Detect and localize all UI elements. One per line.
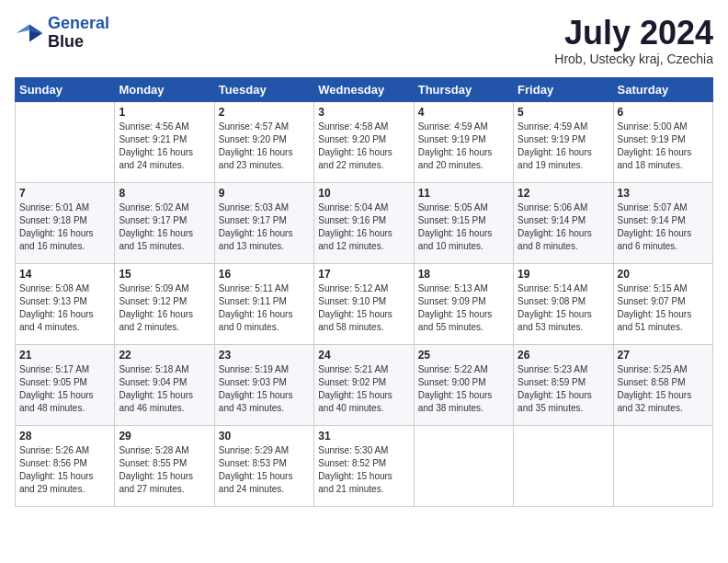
header-row: SundayMondayTuesdayWednesdayThursdayFrid… (16, 77, 713, 101)
month-title: July 2024 (554, 15, 713, 52)
calendar-cell: 12Sunrise: 5:06 AM Sunset: 9:14 PM Dayli… (514, 182, 613, 263)
calendar-table: SundayMondayTuesdayWednesdayThursdayFrid… (15, 77, 713, 507)
calendar-cell: 18Sunrise: 5:13 AM Sunset: 9:09 PM Dayli… (414, 263, 513, 344)
location: Hrob, Ustecky kraj, Czechia (554, 52, 713, 66)
calendar-cell: 28Sunrise: 5:26 AM Sunset: 8:56 PM Dayli… (16, 425, 115, 506)
week-row-5: 28Sunrise: 5:26 AM Sunset: 8:56 PM Dayli… (16, 425, 713, 506)
calendar-cell: 1Sunrise: 4:56 AM Sunset: 9:21 PM Daylig… (115, 101, 214, 182)
cell-info: Sunrise: 5:11 AM Sunset: 9:11 PM Dayligh… (219, 282, 310, 334)
calendar-body: 1Sunrise: 4:56 AM Sunset: 9:21 PM Daylig… (16, 101, 713, 506)
calendar-cell: 21Sunrise: 5:17 AM Sunset: 9:05 PM Dayli… (16, 344, 115, 425)
calendar-cell: 10Sunrise: 5:04 AM Sunset: 9:16 PM Dayli… (314, 182, 414, 263)
calendar-cell (613, 425, 712, 506)
calendar-cell (414, 425, 513, 506)
cell-info: Sunrise: 5:23 AM Sunset: 8:59 PM Dayligh… (518, 363, 609, 415)
cell-day-number: 27 (618, 349, 709, 362)
cell-day-number: 14 (19, 268, 110, 281)
cell-info: Sunrise: 5:09 AM Sunset: 9:12 PM Dayligh… (119, 282, 210, 334)
svg-marker-1 (17, 24, 29, 33)
cell-info: Sunrise: 5:13 AM Sunset: 9:09 PM Dayligh… (418, 282, 509, 334)
week-row-1: 1Sunrise: 4:56 AM Sunset: 9:21 PM Daylig… (16, 101, 713, 182)
cell-day-number: 31 (318, 430, 409, 442)
cell-info: Sunrise: 5:07 AM Sunset: 9:14 PM Dayligh… (618, 201, 709, 253)
calendar-cell: 11Sunrise: 5:05 AM Sunset: 9:15 PM Dayli… (414, 182, 513, 263)
cell-day-number: 17 (318, 268, 409, 281)
calendar-header: SundayMondayTuesdayWednesdayThursdayFrid… (16, 77, 713, 101)
cell-info: Sunrise: 5:21 AM Sunset: 9:02 PM Dayligh… (318, 363, 409, 415)
calendar-cell: 23Sunrise: 5:19 AM Sunset: 9:03 PM Dayli… (214, 344, 313, 425)
calendar-cell: 25Sunrise: 5:22 AM Sunset: 9:00 PM Dayli… (414, 344, 513, 425)
cell-info: Sunrise: 5:02 AM Sunset: 9:17 PM Dayligh… (119, 201, 210, 253)
cell-day-number: 18 (418, 268, 509, 281)
cell-day-number: 29 (119, 430, 210, 442)
cell-info: Sunrise: 4:58 AM Sunset: 9:20 PM Dayligh… (318, 121, 409, 172)
cell-info: Sunrise: 4:59 AM Sunset: 9:19 PM Dayligh… (518, 121, 609, 172)
cell-day-number: 24 (318, 349, 409, 362)
calendar-cell: 16Sunrise: 5:11 AM Sunset: 9:11 PM Dayli… (214, 263, 313, 344)
calendar-cell: 31Sunrise: 5:30 AM Sunset: 8:52 PM Dayli… (314, 425, 414, 506)
calendar-cell: 7Sunrise: 5:01 AM Sunset: 9:18 PM Daylig… (16, 182, 115, 263)
cell-day-number: 4 (418, 106, 509, 119)
cell-day-number: 30 (219, 430, 310, 442)
cell-day-number: 9 (219, 187, 310, 200)
day-header-thursday: Thursday (414, 77, 513, 101)
logo-icon (15, 18, 44, 48)
cell-info: Sunrise: 5:22 AM Sunset: 9:00 PM Dayligh… (418, 363, 509, 415)
day-header-saturday: Saturday (613, 77, 712, 101)
calendar-cell: 20Sunrise: 5:15 AM Sunset: 9:07 PM Dayli… (613, 263, 712, 344)
week-row-3: 14Sunrise: 5:08 AM Sunset: 9:13 PM Dayli… (16, 263, 713, 344)
calendar-cell: 17Sunrise: 5:12 AM Sunset: 9:10 PM Dayli… (314, 263, 414, 344)
cell-day-number: 25 (418, 349, 509, 362)
cell-day-number: 23 (219, 349, 310, 362)
cell-day-number: 2 (219, 106, 310, 119)
day-header-friday: Friday (514, 77, 613, 101)
calendar-cell: 2Sunrise: 4:57 AM Sunset: 9:20 PM Daylig… (214, 101, 313, 182)
week-row-4: 21Sunrise: 5:17 AM Sunset: 9:05 PM Dayli… (16, 344, 713, 425)
cell-day-number: 3 (318, 106, 409, 119)
calendar-cell: 15Sunrise: 5:09 AM Sunset: 9:12 PM Dayli… (115, 263, 214, 344)
cell-info: Sunrise: 5:19 AM Sunset: 9:03 PM Dayligh… (219, 363, 310, 415)
calendar-cell (16, 101, 115, 182)
logo-line1: General (48, 14, 109, 32)
cell-info: Sunrise: 4:57 AM Sunset: 9:20 PM Dayligh… (219, 121, 310, 172)
cell-info: Sunrise: 5:25 AM Sunset: 8:58 PM Dayligh… (618, 363, 709, 415)
cell-day-number: 28 (19, 430, 110, 442)
cell-day-number: 7 (19, 187, 110, 200)
calendar-cell: 14Sunrise: 5:08 AM Sunset: 9:13 PM Dayli… (16, 263, 115, 344)
logo-line2: Blue (48, 33, 109, 52)
day-header-sunday: Sunday (16, 77, 115, 101)
cell-info: Sunrise: 4:59 AM Sunset: 9:19 PM Dayligh… (418, 121, 509, 172)
logo-text: General Blue (48, 15, 109, 52)
cell-info: Sunrise: 5:03 AM Sunset: 9:17 PM Dayligh… (219, 201, 310, 253)
cell-day-number: 5 (518, 106, 609, 119)
cell-day-number: 10 (318, 187, 409, 200)
calendar-cell: 6Sunrise: 5:00 AM Sunset: 9:19 PM Daylig… (613, 101, 712, 182)
cell-info: Sunrise: 5:01 AM Sunset: 9:18 PM Dayligh… (19, 201, 110, 253)
cell-day-number: 26 (518, 349, 609, 362)
cell-info: Sunrise: 5:12 AM Sunset: 9:10 PM Dayligh… (318, 282, 409, 334)
logo: General Blue (15, 15, 109, 52)
week-row-2: 7Sunrise: 5:01 AM Sunset: 9:18 PM Daylig… (16, 182, 713, 263)
cell-day-number: 12 (518, 187, 609, 200)
calendar-cell: 8Sunrise: 5:02 AM Sunset: 9:17 PM Daylig… (115, 182, 214, 263)
calendar-cell: 26Sunrise: 5:23 AM Sunset: 8:59 PM Dayli… (514, 344, 613, 425)
cell-info: Sunrise: 5:29 AM Sunset: 8:53 PM Dayligh… (219, 444, 310, 496)
calendar-cell: 5Sunrise: 4:59 AM Sunset: 9:19 PM Daylig… (514, 101, 613, 182)
calendar-cell: 29Sunrise: 5:28 AM Sunset: 8:55 PM Dayli… (115, 425, 214, 506)
cell-day-number: 19 (518, 268, 609, 281)
cell-day-number: 13 (618, 187, 709, 200)
cell-info: Sunrise: 5:17 AM Sunset: 9:05 PM Dayligh… (19, 363, 110, 415)
page-header: General Blue July 2024 Hrob, Ustecky kra… (15, 15, 713, 66)
cell-day-number: 15 (119, 268, 210, 281)
calendar-cell: 27Sunrise: 5:25 AM Sunset: 8:58 PM Dayli… (613, 344, 712, 425)
day-header-tuesday: Tuesday (214, 77, 313, 101)
calendar-cell: 30Sunrise: 5:29 AM Sunset: 8:53 PM Dayli… (214, 425, 313, 506)
cell-day-number: 11 (418, 187, 509, 200)
cell-day-number: 22 (119, 349, 210, 362)
cell-info: Sunrise: 5:30 AM Sunset: 8:52 PM Dayligh… (318, 444, 409, 496)
cell-info: Sunrise: 5:18 AM Sunset: 9:04 PM Dayligh… (119, 363, 210, 415)
cell-day-number: 1 (119, 106, 210, 119)
calendar-cell: 4Sunrise: 4:59 AM Sunset: 9:19 PM Daylig… (414, 101, 513, 182)
cell-info: Sunrise: 5:05 AM Sunset: 9:15 PM Dayligh… (418, 201, 509, 253)
cell-info: Sunrise: 5:15 AM Sunset: 9:07 PM Dayligh… (618, 282, 709, 334)
